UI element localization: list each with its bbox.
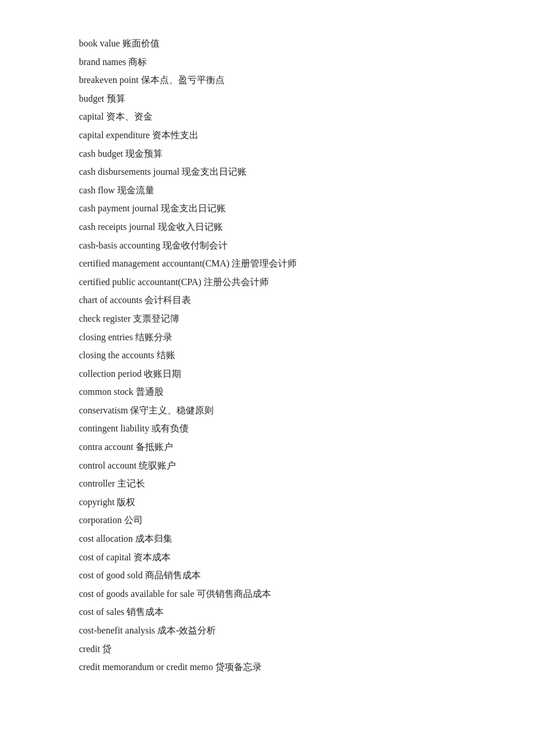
- term-chinese: 成本-效益分析: [157, 625, 216, 635]
- list-item: cost of good sold 商品销售成本: [79, 567, 455, 584]
- list-item: cost allocation 成本归集: [79, 530, 455, 548]
- list-item: capital 资本、资金: [79, 108, 455, 125]
- term-chinese: 贷: [102, 644, 111, 654]
- term-chinese: 主记长: [117, 478, 145, 488]
- term-chinese: 资本成本: [134, 552, 171, 562]
- term-english: contra account: [79, 442, 136, 452]
- term-english: cost of capital: [79, 552, 134, 562]
- term-english: cash payment journal: [79, 203, 161, 213]
- term-english: cash-basis accounting: [79, 240, 163, 250]
- term-chinese: 会计科目表: [145, 295, 191, 305]
- terms-list: book value 账面价值brand names 商标breakeven p…: [79, 35, 455, 676]
- term-english: brand names: [79, 57, 128, 67]
- term-chinese: 注册公共会计师: [204, 277, 269, 287]
- term-chinese: 注册管理会计师: [232, 258, 297, 268]
- term-english: breakeven point: [79, 75, 141, 85]
- list-item: book value 账面价值: [79, 35, 455, 52]
- term-chinese: 版权: [117, 497, 135, 507]
- term-english: budget: [79, 93, 107, 103]
- term-english: cash budget: [79, 149, 125, 159]
- list-item: common stock 普通股: [79, 383, 455, 401]
- term-chinese: 备抵账户: [136, 442, 173, 452]
- list-item: corporation 公司: [79, 512, 455, 529]
- list-item: cash payment journal 现金支出日记账: [79, 200, 455, 217]
- list-item: certified management accountant(CMA) 注册管…: [79, 255, 455, 272]
- term-chinese: 商标: [128, 57, 147, 67]
- term-english: capital expenditure: [79, 130, 152, 140]
- term-english: cash flow: [79, 185, 117, 195]
- term-chinese: 现金支出日记账: [161, 203, 226, 213]
- list-item: capital expenditure 资本性支出: [79, 127, 455, 144]
- term-english: check register: [79, 314, 133, 323]
- term-english: control account: [79, 460, 139, 470]
- term-chinese: 预算: [107, 93, 125, 103]
- term-english: book value: [79, 38, 122, 48]
- list-item: cost-benefit analysis 成本-效益分析: [79, 622, 455, 639]
- list-item: cash receipts journal 现金收入日记账: [79, 218, 455, 236]
- list-item: contra account 备抵账户: [79, 438, 455, 456]
- term-chinese: 现金收付制会计: [163, 240, 228, 250]
- list-item: contingent liability 或有负债: [79, 420, 455, 437]
- term-chinese: 现金收入日记账: [158, 222, 223, 232]
- term-chinese: 贷项备忘录: [215, 662, 262, 672]
- term-chinese: 现金预算: [125, 149, 163, 159]
- term-english: closing the accounts: [79, 350, 157, 360]
- term-english: conservatism: [79, 405, 130, 415]
- list-item: breakeven point 保本点、盈亏平衡点: [79, 71, 455, 89]
- term-english: cost of good sold: [79, 570, 145, 580]
- term-chinese: 结账分录: [135, 332, 172, 342]
- term-chinese: 销售成本: [127, 607, 164, 617]
- list-item: closing the accounts 结账: [79, 347, 455, 364]
- term-chinese: 成本归集: [135, 534, 172, 543]
- term-english: copyright: [79, 497, 117, 507]
- list-item: collection period 收账日期: [79, 365, 455, 383]
- term-english: contingent liability: [79, 423, 151, 433]
- list-item: closing entries 结账分录: [79, 329, 455, 346]
- term-chinese: 可供销售商品成本: [197, 589, 271, 599]
- term-english: cost allocation: [79, 534, 135, 543]
- list-item: cost of sales 销售成本: [79, 603, 455, 621]
- term-english: credit: [79, 644, 102, 654]
- term-english: cost-benefit analysis: [79, 625, 157, 635]
- list-item: conservatism 保守主义、稳健原则: [79, 402, 455, 419]
- term-chinese: 保本点、盈亏平衡点: [141, 75, 225, 85]
- list-item: cash disbursements journal 现金支出日记账: [79, 163, 455, 181]
- list-item: control account 统驭账户: [79, 457, 455, 474]
- term-english: capital: [79, 111, 106, 121]
- term-english: common stock: [79, 387, 136, 397]
- term-english: controller: [79, 478, 117, 488]
- term-chinese: 公司: [124, 515, 143, 525]
- list-item: controller 主记长: [79, 475, 455, 492]
- list-item: budget 预算: [79, 90, 455, 107]
- term-chinese: 资本、资金: [106, 111, 153, 121]
- list-item: chart of accounts 会计科目表: [79, 291, 455, 309]
- term-english: credit memorandum or credit memo: [79, 662, 215, 672]
- list-item: copyright 版权: [79, 494, 455, 511]
- term-chinese: 支票登记簿: [133, 314, 179, 323]
- list-item: cost of capital 资本成本: [79, 549, 455, 566]
- term-english: corporation: [79, 515, 124, 525]
- term-english: cash disbursements journal: [79, 167, 182, 177]
- term-chinese: 结账: [157, 350, 175, 360]
- term-chinese: 收账日期: [144, 369, 181, 379]
- list-item: credit memorandum or credit memo 贷项备忘录: [79, 658, 455, 676]
- term-english: cost of sales: [79, 607, 127, 617]
- list-item: cash flow 现金流量: [79, 182, 455, 199]
- term-english: collection period: [79, 369, 144, 379]
- term-english: certified public accountant(CPA): [79, 277, 204, 287]
- term-english: cost of goods available for sale: [79, 589, 197, 599]
- term-chinese: 统驭账户: [139, 460, 176, 470]
- list-item: certified public accountant(CPA) 注册公共会计师: [79, 273, 455, 291]
- term-chinese: 保守主义、稳健原则: [130, 405, 214, 415]
- term-chinese: 现金流量: [117, 185, 154, 195]
- term-chinese: 现金支出日记账: [182, 167, 247, 177]
- list-item: cash-basis accounting 现金收付制会计: [79, 237, 455, 254]
- term-chinese: 或有负债: [151, 423, 189, 433]
- term-english: chart of accounts: [79, 295, 145, 305]
- term-english: closing entries: [79, 332, 135, 342]
- list-item: credit 贷: [79, 640, 455, 658]
- term-chinese: 账面价值: [122, 38, 160, 48]
- term-chinese: 资本性支出: [152, 130, 199, 140]
- list-item: brand names 商标: [79, 53, 455, 71]
- list-item: check register 支票登记簿: [79, 310, 455, 327]
